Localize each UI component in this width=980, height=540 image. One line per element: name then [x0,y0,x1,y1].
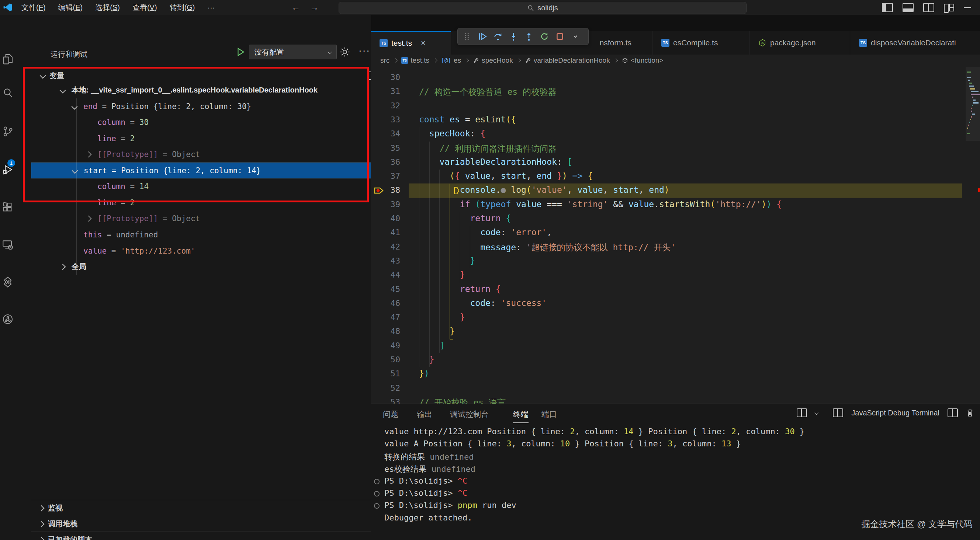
extensions-icon[interactable] [2,202,14,213]
breadcrumb-item[interactable]: src [380,56,390,65]
code-line-50[interactable]: 50 } [371,353,966,367]
toggle-secondary-sidebar-icon[interactable] [923,3,934,12]
tab-esCompile.ts[interactable]: TSesCompile.ts [652,31,749,54]
code-line-32[interactable]: 32 [371,99,966,113]
back-arrow-icon[interactable]: ← [291,3,300,12]
code-line-37[interactable]: 37 ({ value, start, end }) => { [371,170,966,184]
testing-icon[interactable] [2,276,14,287]
menu-item[interactable]: 转到(G) [164,1,200,14]
panel-tab-终端[interactable]: 终端 [513,409,528,423]
variable-row[interactable]: [[Prototype]] = Object [31,146,386,162]
code-line-31[interactable]: 31// 构造一个校验普通 es 的校验器 [371,85,966,99]
tab-test.ts[interactable]: TStest.ts× [371,31,451,54]
source-control-icon[interactable] [2,125,14,137]
code-line-43[interactable]: 43 } [371,254,966,268]
more-actions-icon[interactable]: ··· [358,45,370,56]
breadcrumb-item[interactable]: specHook [473,56,513,65]
variable-row[interactable]: line = 2 [31,195,386,210]
menu-item[interactable]: 选择(S) [90,1,125,14]
code-line-48[interactable]: 48 } [371,325,966,339]
breadcrumb-item[interactable]: [@]es [441,56,461,65]
explorer-icon[interactable] [2,53,14,65]
code-line-42[interactable]: 42 message: '超链接的协议不能以 http:// 开头' [371,240,966,254]
continue-icon[interactable] [476,30,489,43]
trash-icon[interactable] [966,408,974,417]
toggle-primary-sidebar-icon[interactable] [882,3,893,12]
command-search-box[interactable]: solidjs [339,2,746,14]
menu-item[interactable]: 编辑(E) [53,1,88,14]
gear-icon[interactable] [339,46,350,57]
variable-row[interactable]: end = Position {line: 2, column: 30} [31,98,386,114]
search-icon[interactable] [2,87,14,99]
code-line-33[interactable]: 33const es = eslint({ [371,113,966,127]
menu-item[interactable]: 查看(V) [127,1,162,14]
sidebar-section-1[interactable]: 监视 [31,500,386,516]
variable-row[interactable]: value = 'http://123.com' [31,243,386,259]
step-out-icon[interactable] [523,30,535,43]
minimap[interactable] [966,66,980,403]
sidebar-section-2[interactable]: 调用堆栈 [31,516,386,532]
chevron-down-icon[interactable] [815,411,819,415]
panel-tab-问题[interactable]: 问题 [383,409,398,422]
code-line-45[interactable]: 45 return { [371,283,966,297]
code-line-52[interactable]: 52 [371,381,966,395]
menu-overflow-icon[interactable]: ··· [202,2,220,13]
code-line-40[interactable]: 40 return { [371,212,966,226]
code-line-36[interactable]: 36 variableDeclarationHook: [ [371,156,966,170]
sidebar-section-3[interactable]: 已加载的脚本 [31,532,386,540]
code-line-39[interactable]: 39 if (typeof value === 'string' && valu… [371,198,966,212]
code-line-34[interactable]: 34 specHook: { [371,127,966,141]
variables-section-header[interactable]: 变量 [31,69,386,82]
tab-disposeVariableDeclarati[interactable]: TSdisposeVariableDeclarati [850,31,980,54]
variable-row[interactable]: column = 14 [31,178,386,194]
code-line-35[interactable]: 35 // 利用访问器注册插件访问器 [371,141,966,156]
chevron-right-icon [393,58,398,62]
minimize-window-icon[interactable] [964,7,971,8]
step-over-icon[interactable] [492,30,504,43]
variable-scope-row[interactable]: 本地: __vite_ssr_import_0__.eslint.specHoo… [31,82,386,98]
code-line-51[interactable]: 51}) [371,367,966,381]
split-terminal-icon[interactable] [948,408,958,417]
breakpoint-debug-pointer-icon[interactable] [374,186,385,195]
panel-tab-调试控制台[interactable]: 调试控制台 [450,409,489,422]
dropdown-icon[interactable] [569,30,582,43]
command-decoration-icon[interactable] [374,479,380,484]
stop-icon[interactable] [554,30,566,43]
forward-arrow-icon[interactable]: → [310,3,319,12]
code-line-47[interactable]: 47 } [371,311,966,325]
tab-package.json[interactable]: JSpackage.json [749,31,850,54]
customize-layout-icon[interactable] [944,4,954,11]
variable-row[interactable]: [[Prototype]] = Object [31,210,386,226]
variable-row[interactable]: line = 2 [31,130,386,146]
code-line-46[interactable]: 46 code: 'success' [371,297,966,311]
code-editor[interactable]: 3031// 构造一个校验普通 es 的校验器3233const es = es… [371,66,966,403]
debug-config-dropdown[interactable]: 没有配置 [249,44,337,59]
variable-row[interactable]: column = 30 [31,114,386,130]
terminal-instance-label[interactable]: JavaScript Debug Terminal [851,409,939,417]
panel-tab-输出[interactable]: 输出 [417,409,432,422]
code-line-41[interactable]: 41 code: 'error', [371,226,966,240]
code-line-44[interactable]: 44 } [371,268,966,282]
breadcrumb-item[interactable]: variableDeclarationHook [525,56,610,65]
toggle-panel-icon[interactable] [902,3,913,12]
breadcrumb-item[interactable]: <function> [622,56,663,65]
command-decoration-icon[interactable] [374,503,380,509]
menu-item[interactable]: 文件(F) [16,1,51,14]
code-line-53[interactable]: 53// 开始校验 es 语言 [371,395,966,403]
command-decoration-icon[interactable] [374,491,380,497]
restart-icon[interactable] [538,30,550,43]
variable-row[interactable]: start = Position {line: 2, column: 14} [31,162,386,178]
panel-tab-端口[interactable]: 端口 [541,409,557,422]
code-line-49[interactable]: 49 ] [371,339,966,353]
variable-row[interactable]: this = undefined [31,227,386,243]
variable-scope-row[interactable]: 全局 [31,259,386,275]
breadcrumb-item[interactable]: TStest.ts [401,56,430,65]
step-into-icon[interactable] [507,30,520,43]
start-debug-button[interactable] [236,47,245,57]
share-icon[interactable] [2,313,14,325]
remote-explorer-icon[interactable] [2,239,14,251]
code-line-38[interactable]: 38 console.● log('value', value, start, … [371,184,966,198]
close-icon[interactable]: × [421,38,426,48]
split-dropdown-icon[interactable] [797,408,807,417]
code-line-30[interactable]: 30 [371,71,966,85]
